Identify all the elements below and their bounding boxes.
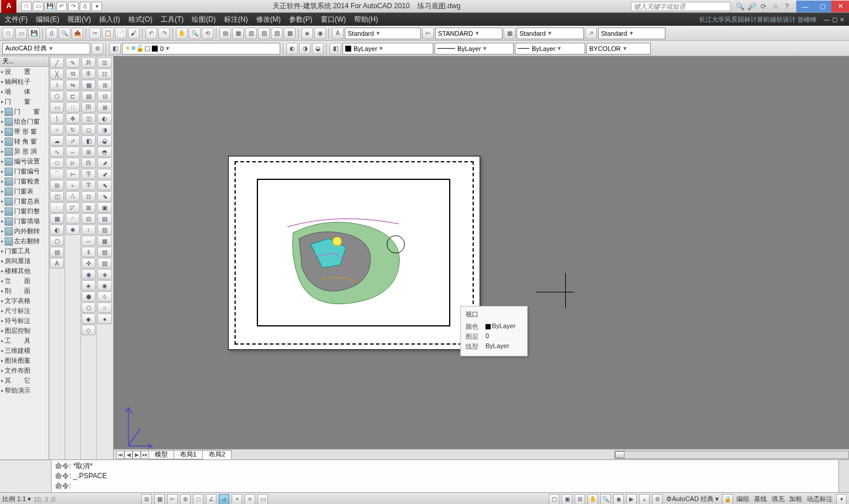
tz10-icon[interactable]: 自 bbox=[81, 158, 96, 168]
tianzheng-item[interactable]: ▸立 面 bbox=[0, 276, 49, 286]
copy-icon[interactable]: 📋 bbox=[102, 28, 114, 39]
xline-icon[interactable]: ╳ bbox=[50, 69, 64, 79]
markup-icon[interactable]: ▨ bbox=[271, 28, 283, 39]
rotate-icon[interactable]: ↻ bbox=[66, 124, 80, 135]
menu-modify[interactable]: 修改(M) bbox=[256, 15, 281, 25]
layer-btn-1[interactable]: ◐ bbox=[286, 43, 298, 55]
tianzheng-item[interactable]: ▸组合门窗 bbox=[0, 117, 49, 127]
tianzheng-item[interactable]: ▸三维建模 bbox=[0, 346, 49, 356]
move-icon[interactable]: ✥ bbox=[66, 113, 80, 124]
tianzheng-item[interactable]: ▸门窗表 bbox=[0, 186, 49, 196]
tianzheng-item[interactable]: ▸楼梯其他 bbox=[0, 266, 49, 276]
ellipsearc-icon[interactable]: ⌒ bbox=[50, 169, 64, 179]
tz8-icon[interactable]: ◧ bbox=[81, 135, 96, 146]
dim-style-dropdown[interactable]: STANDARD bbox=[435, 28, 502, 39]
redo-icon[interactable]: ↷ bbox=[158, 28, 170, 39]
tz23-icon[interactable]: ⬡ bbox=[81, 302, 96, 313]
tzo23-icon[interactable]: ○ bbox=[97, 302, 112, 313]
tianzheng-item[interactable]: ▸编号设置 bbox=[0, 156, 49, 166]
open-icon[interactable]: ▭ bbox=[15, 28, 27, 39]
designctr-icon[interactable]: ▦ bbox=[232, 28, 244, 39]
tzo5-icon[interactable]: ⊠ bbox=[97, 102, 112, 113]
tianzheng-item[interactable]: ▸其 它 bbox=[0, 376, 49, 386]
favorite-icon[interactable]: ☆ bbox=[770, 2, 780, 11]
tzo1-icon[interactable]: ☰ bbox=[97, 57, 112, 68]
tzo14-icon[interactable]: ▣ bbox=[97, 202, 112, 213]
mtext-icon[interactable]: A bbox=[50, 258, 64, 268]
tzo17-icon[interactable]: ▦ bbox=[97, 236, 112, 246]
text-style-dropdown[interactable]: Standard bbox=[345, 28, 421, 39]
doc-min-icon[interactable]: — bbox=[824, 16, 830, 23]
tablestyle-icon[interactable]: ▦ bbox=[504, 28, 515, 39]
tzo21-icon[interactable]: ◉ bbox=[97, 280, 112, 291]
pline-icon[interactable]: ⌇ bbox=[50, 80, 64, 90]
h-scrollbar[interactable] bbox=[614, 451, 849, 459]
tianzheng-item[interactable]: ▸图块图案 bbox=[0, 356, 49, 366]
menu-tools[interactable]: 工具(T) bbox=[161, 15, 184, 25]
array-icon[interactable]: ∷ bbox=[66, 102, 80, 113]
zoom2-button[interactable]: 🔍 bbox=[600, 494, 611, 505]
tzo15-icon[interactable]: ▤ bbox=[97, 213, 112, 224]
recent-icon[interactable]: ⟳ bbox=[759, 2, 768, 11]
doc-close-icon[interactable]: ✕ bbox=[840, 16, 844, 23]
maximize-button[interactable]: ▢ bbox=[814, 1, 831, 12]
otrack-button[interactable]: ∠ bbox=[206, 494, 216, 505]
doc-max-icon[interactable]: ▢ bbox=[832, 16, 837, 23]
qat-more-icon[interactable]: ▾ bbox=[91, 2, 102, 11]
tzo20-icon[interactable]: ◈ bbox=[97, 269, 112, 280]
erase-icon[interactable]: ✎ bbox=[66, 57, 80, 68]
tzo12-icon[interactable]: ⬉ bbox=[97, 180, 112, 190]
command-window[interactable]: 命令: *取消* 命令: _.PSPACE 命令: bbox=[0, 459, 849, 492]
tb-btn-a[interactable]: ◈ bbox=[301, 28, 313, 39]
tianzheng-item[interactable]: ▸门窗总表 bbox=[0, 196, 49, 206]
tz21-icon[interactable]: ◈ bbox=[81, 280, 96, 291]
tzo16-icon[interactable]: ▥ bbox=[97, 224, 112, 235]
tzo18-icon[interactable]: ▧ bbox=[97, 247, 112, 257]
workspace-dropdown[interactable]: AutoCAD 经典 bbox=[2, 43, 90, 55]
tianzheng-item[interactable]: ▸门窗检查 bbox=[0, 176, 49, 186]
mleader-style-dropdown[interactable]: Standard bbox=[598, 28, 665, 39]
viewport-frame[interactable] bbox=[257, 179, 450, 326]
tzo4-icon[interactable]: ⊟ bbox=[97, 91, 112, 101]
qview-button[interactable]: ⊞ bbox=[575, 494, 585, 505]
sb-fill[interactable]: 填充 bbox=[770, 495, 786, 503]
tz1-icon[interactable]: 井 bbox=[81, 57, 96, 68]
tz4-icon[interactable]: ▤ bbox=[81, 91, 96, 101]
tz24-icon[interactable]: ◆ bbox=[81, 314, 96, 324]
props-icon[interactable]: ▤ bbox=[219, 28, 231, 39]
qat-open-icon[interactable]: ▭ bbox=[33, 2, 43, 11]
polygon-icon[interactable]: ⬠ bbox=[50, 91, 64, 101]
menu-format[interactable]: 格式(O) bbox=[128, 15, 152, 25]
publish-icon[interactable]: 📤 bbox=[72, 28, 83, 39]
sb-baseline[interactable]: 基线 bbox=[753, 495, 768, 503]
undo-icon[interactable]: ↶ bbox=[145, 28, 157, 39]
tab-prev-icon[interactable]: ◀ bbox=[124, 451, 133, 459]
calc-icon[interactable]: ▩ bbox=[284, 28, 296, 39]
command-handle[interactable] bbox=[0, 460, 52, 492]
tz5-icon[interactable]: 田 bbox=[81, 102, 96, 113]
qat-save-icon[interactable]: 💾 bbox=[45, 2, 55, 11]
tz16-icon[interactable]: ↕ bbox=[81, 224, 96, 235]
tzo22-icon[interactable]: ◊ bbox=[97, 291, 112, 302]
tab-layout2[interactable]: 布局2 bbox=[202, 450, 232, 459]
workspace-settings-icon[interactable]: ⚙ bbox=[91, 43, 103, 55]
tz14-icon[interactable]: ⊠ bbox=[81, 202, 96, 213]
osnap-button[interactable]: □ bbox=[193, 494, 203, 505]
tz7-icon[interactable]: ◻ bbox=[81, 124, 96, 135]
color-dropdown[interactable]: ByLayer bbox=[342, 43, 433, 55]
tianzheng-item[interactable]: ▸墙 体 bbox=[0, 87, 49, 97]
model-button[interactable]: ▢ bbox=[549, 494, 559, 505]
pan-icon[interactable]: ✋ bbox=[176, 28, 188, 39]
preview-icon[interactable]: 🔍 bbox=[59, 28, 70, 39]
tzo10-icon[interactable]: ⬈ bbox=[97, 158, 112, 168]
layout-button[interactable]: ▣ bbox=[562, 494, 572, 505]
fillet-icon[interactable]: ◜ bbox=[66, 213, 80, 224]
command-text[interactable]: 命令: *取消* 命令: _.PSPACE 命令: bbox=[52, 460, 838, 492]
menu-view[interactable]: 视图(V) bbox=[67, 15, 91, 25]
zoomprev-icon[interactable]: ⟲ bbox=[202, 28, 213, 39]
save-icon[interactable]: 💾 bbox=[28, 28, 40, 39]
new-icon[interactable]: □ bbox=[2, 28, 14, 39]
qat-new-icon[interactable]: □ bbox=[21, 2, 32, 11]
line-icon[interactable]: ╱ bbox=[50, 57, 64, 68]
tianzheng-item[interactable]: ▸房间屋顶 bbox=[0, 256, 49, 266]
